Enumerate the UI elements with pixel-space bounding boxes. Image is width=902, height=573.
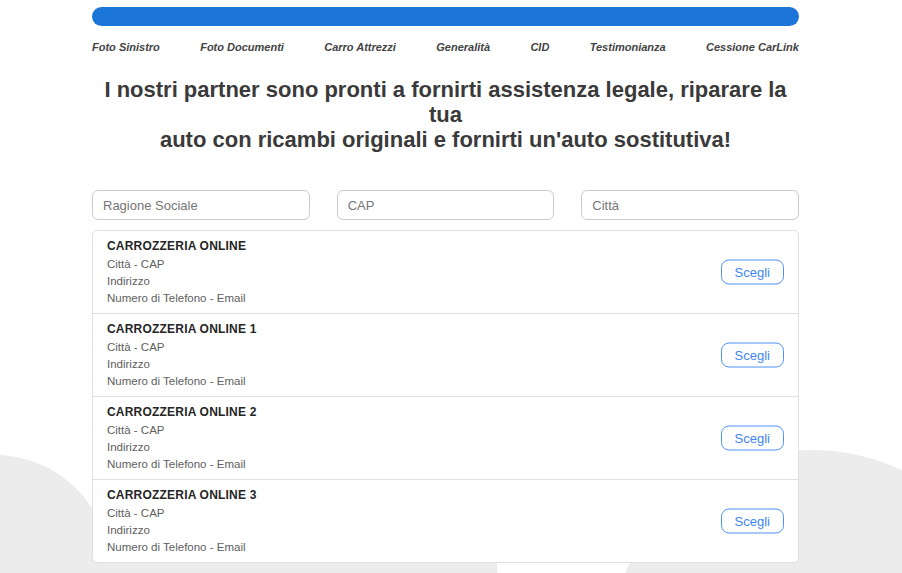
citta-input[interactable] (581, 190, 799, 220)
page-title-line2: auto con ricambi originali e fornirti un… (92, 127, 799, 152)
partner-city-cap: Città - CAP (107, 256, 784, 273)
choose-partner-button[interactable]: Scegli (721, 509, 784, 534)
page-title: I nostri partner sono pronti a fornirti … (92, 77, 799, 152)
choose-partner-button[interactable]: Scegli (721, 426, 784, 451)
partner-list: CARROZZERIA ONLINE Città - CAP Indirizzo… (92, 230, 799, 563)
choose-partner-button[interactable]: Scegli (721, 260, 784, 285)
partner-address: Indirizzo (107, 439, 784, 456)
partner-address: Indirizzo (107, 522, 784, 539)
partner-row: CARROZZERIA ONLINE 2 Città - CAP Indiriz… (93, 397, 798, 480)
partner-contact: Numero di Telefono - Email (107, 539, 784, 556)
partner-name: CARROZZERIA ONLINE 3 (107, 488, 784, 502)
partner-city-cap: Città - CAP (107, 505, 784, 522)
claim-wizard-page: Foto Sinistro Foto Documenti Carro Attre… (0, 0, 902, 573)
step-carro-attrezzi[interactable]: Carro Attrezzi (324, 41, 396, 53)
partner-search-filters (92, 190, 799, 220)
wizard-progress-bar (92, 7, 799, 26)
partner-row: CARROZZERIA ONLINE 1 Città - CAP Indiriz… (93, 314, 798, 397)
partner-city-cap: Città - CAP (107, 339, 784, 356)
page-title-line1: I nostri partner sono pronti a fornirti … (92, 77, 799, 127)
partner-address: Indirizzo (107, 356, 784, 373)
partner-row: CARROZZERIA ONLINE Città - CAP Indirizzo… (93, 231, 798, 314)
ragione-sociale-input[interactable] (92, 190, 310, 220)
step-generalita[interactable]: Generalità (436, 41, 490, 53)
partner-row: CARROZZERIA ONLINE 3 Città - CAP Indiriz… (93, 480, 798, 562)
step-cid[interactable]: CID (530, 41, 549, 53)
partner-contact: Numero di Telefono - Email (107, 456, 784, 473)
partner-city-cap: Città - CAP (107, 422, 784, 439)
partner-name: CARROZZERIA ONLINE 1 (107, 322, 784, 336)
step-foto-documenti[interactable]: Foto Documenti (200, 41, 284, 53)
content-container: Foto Sinistro Foto Documenti Carro Attre… (92, 7, 799, 573)
wizard-steps: Foto Sinistro Foto Documenti Carro Attre… (92, 41, 799, 53)
step-cessione-carlink[interactable]: Cessione CarLink (706, 41, 799, 53)
partner-contact: Numero di Telefono - Email (107, 373, 784, 390)
step-foto-sinistro[interactable]: Foto Sinistro (92, 41, 160, 53)
partner-name: CARROZZERIA ONLINE 2 (107, 405, 784, 419)
cap-input[interactable] (337, 190, 555, 220)
step-testimonianza[interactable]: Testimonianza (590, 41, 666, 53)
partner-address: Indirizzo (107, 273, 784, 290)
choose-partner-button[interactable]: Scegli (721, 343, 784, 368)
partner-contact: Numero di Telefono - Email (107, 290, 784, 307)
partner-name: CARROZZERIA ONLINE (107, 239, 784, 253)
